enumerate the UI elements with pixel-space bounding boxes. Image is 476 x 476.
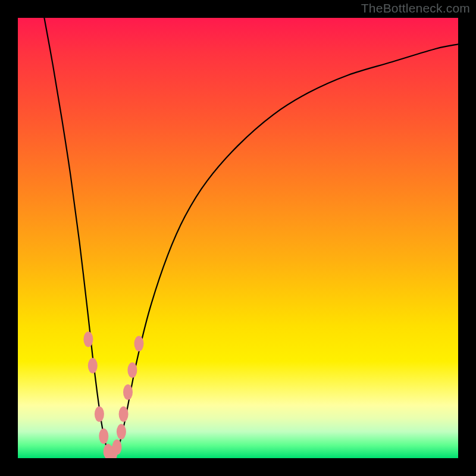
- marker-point: [83, 331, 93, 347]
- marker-point: [119, 406, 129, 422]
- plot-area: [18, 18, 458, 458]
- chart-svg: [18, 18, 458, 458]
- marker-point: [123, 384, 133, 400]
- marker-point: [99, 428, 108, 444]
- marker-point: [134, 336, 144, 352]
- marker-point: [117, 424, 126, 440]
- bottleneck-curve-line: [44, 18, 458, 455]
- marker-point: [127, 362, 137, 378]
- marker-point: [88, 358, 98, 374]
- marker-point: [95, 406, 104, 422]
- chart-frame: TheBottleneck.com: [0, 0, 476, 476]
- watermark-text: TheBottleneck.com: [361, 1, 470, 15]
- marker-point: [112, 440, 122, 455]
